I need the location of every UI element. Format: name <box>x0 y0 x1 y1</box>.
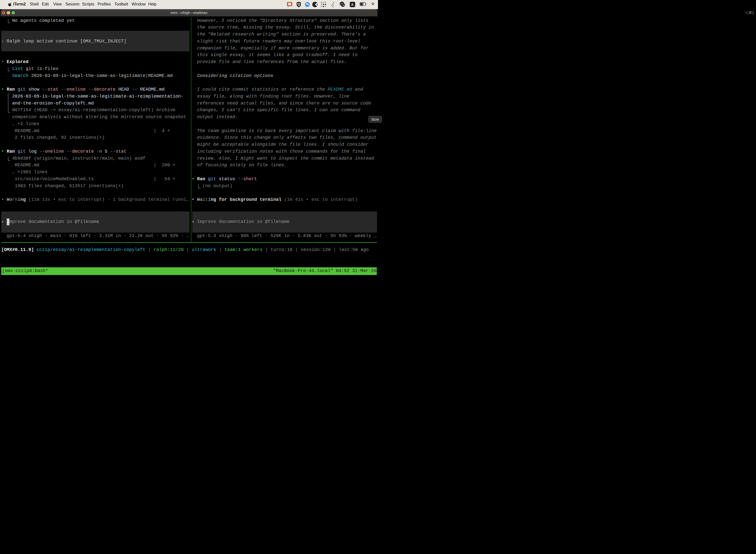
svg-text:..61: ..61 <box>341 4 345 6</box>
svg-text:A: A <box>351 3 354 6</box>
